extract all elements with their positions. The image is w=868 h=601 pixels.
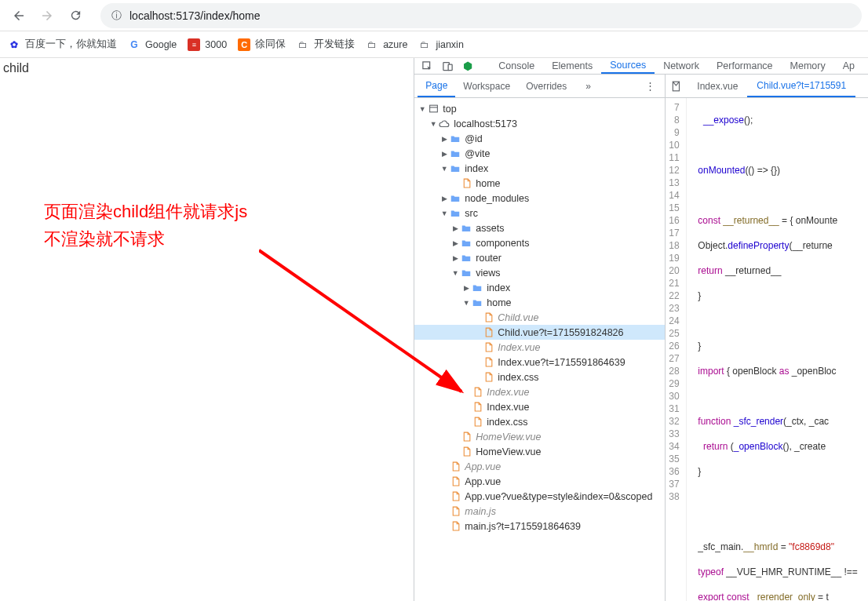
- folder-icon: 🗀: [418, 38, 431, 51]
- tree-item[interactable]: home: [414, 176, 665, 191]
- bookmark-jianxin[interactable]: 🗀jianxin: [418, 38, 463, 51]
- tree-item[interactable]: HomeView.vue: [414, 429, 665, 444]
- tab-elements[interactable]: Elements: [543, 58, 601, 74]
- file-nav-icon[interactable]: [666, 81, 687, 92]
- subtab-menu-icon[interactable]: ⋮: [639, 80, 662, 92]
- bookmark-azure[interactable]: 🗀azure: [366, 38, 407, 51]
- file-tab-child[interactable]: Child.vue?t=1715591: [747, 75, 855, 97]
- tree-item[interactable]: App.vue?vue&type=style&index=0&scoped: [414, 489, 665, 504]
- tree-item[interactable]: Child.vue: [414, 310, 665, 325]
- file-tab-index[interactable]: Index.vue: [687, 75, 747, 97]
- tree-item[interactable]: components: [414, 235, 665, 250]
- sources-tree: toplocalhost:5173@id@viteindexhomenode_m…: [414, 98, 665, 601]
- tree-item[interactable]: index.css: [414, 370, 665, 384]
- tree-item[interactable]: @id: [414, 131, 665, 146]
- url-text: localhost:5173/index/home: [129, 9, 261, 22]
- tree-item[interactable]: Child.vue?t=1715591824826: [414, 325, 665, 340]
- bookmark-google[interactable]: GGoogle: [128, 38, 177, 51]
- gutter: 7891011121314151617181920212223242526272…: [666, 98, 686, 601]
- tree-item[interactable]: Index.vue?t=1715591864639: [414, 355, 665, 370]
- bookmarks-bar: ✿百度一下，你就知道 GGoogle ≡3000 C徐同保 🗀开发链接 🗀azu…: [0, 31, 868, 58]
- tree-item[interactable]: Index.vue: [414, 384, 665, 399]
- tree-item[interactable]: main.js?t=1715591864639: [414, 519, 665, 534]
- tab-network[interactable]: Network: [655, 58, 708, 74]
- tree-item[interactable]: src: [414, 206, 665, 220]
- device-icon[interactable]: [439, 58, 455, 74]
- tree-item[interactable]: index: [414, 161, 665, 176]
- svg-rect-3: [448, 64, 452, 71]
- svg-rect-4: [429, 105, 437, 112]
- source-code: __expose(); onMounted(() => {}) const __…: [687, 98, 859, 601]
- bookmark-baidu[interactable]: ✿百度一下，你就知道: [8, 38, 117, 51]
- address-bar[interactable]: ⓘ localhost:5173/index/home: [100, 3, 862, 28]
- tree-item[interactable]: index: [414, 280, 665, 295]
- tree-item[interactable]: top: [414, 101, 665, 116]
- tree-item[interactable]: Index.vue: [414, 399, 665, 414]
- tree-item[interactable]: HomeView.vue: [414, 444, 665, 459]
- forward-button[interactable]: [35, 3, 60, 28]
- bookmark-dev[interactable]: 🗀开发链接: [297, 38, 355, 51]
- tree-item[interactable]: assets: [414, 220, 665, 235]
- devtools-panel: ⬢ Console Elements Sources Network Perfo…: [414, 58, 868, 601]
- tree-item[interactable]: localhost:5173: [414, 116, 665, 131]
- folder-icon: 🗀: [366, 38, 378, 51]
- subtab-workspace[interactable]: Workspace: [455, 75, 518, 97]
- tree-item[interactable]: router: [414, 250, 665, 265]
- page-viewport: child 页面渲染child组件就请求js 不渲染就不请求: [0, 58, 414, 601]
- tree-item[interactable]: home: [414, 295, 665, 310]
- bookmark-3000[interactable]: ≡3000: [188, 38, 227, 51]
- tree-item[interactable]: node_modules: [414, 191, 665, 206]
- inspect-icon[interactable]: [419, 58, 435, 74]
- baidu-icon: ✿: [8, 38, 20, 51]
- tree-item[interactable]: Index.vue: [414, 340, 665, 355]
- red-icon: ≡: [188, 38, 200, 51]
- vue-devtools-icon[interactable]: ⬢: [460, 58, 476, 74]
- tree-item[interactable]: index.css: [414, 414, 665, 429]
- tab-console[interactable]: Console: [490, 58, 543, 74]
- annotation-text: 页面渲染child组件就请求js 不渲染就不请求: [44, 198, 247, 253]
- tab-performance[interactable]: Performance: [708, 58, 782, 74]
- tree-item[interactable]: App.vue: [414, 474, 665, 489]
- tree-item[interactable]: @vite: [414, 146, 665, 161]
- tab-memory[interactable]: Memory: [782, 58, 834, 74]
- subtab-overrides[interactable]: Overrides: [518, 75, 574, 97]
- reload-button[interactable]: [63, 3, 88, 28]
- tab-sources[interactable]: Sources: [601, 58, 655, 74]
- info-icon: ⓘ: [111, 9, 122, 23]
- c-icon: C: [238, 38, 250, 51]
- tree-item[interactable]: App.vue: [414, 459, 665, 474]
- back-button[interactable]: [6, 3, 31, 28]
- folder-icon: 🗀: [297, 38, 309, 51]
- subtab-more-icon[interactable]: »: [578, 75, 599, 97]
- page-text: child: [3, 61, 410, 75]
- google-icon: G: [128, 38, 140, 51]
- subtab-page[interactable]: Page: [418, 75, 455, 97]
- code-editor[interactable]: 7891011121314151617181920212223242526272…: [666, 98, 868, 601]
- tree-item[interactable]: main.js: [414, 504, 665, 519]
- tree-item[interactable]: views: [414, 265, 665, 280]
- tab-more[interactable]: Ap: [834, 58, 863, 74]
- bookmark-xu[interactable]: C徐同保: [238, 38, 286, 51]
